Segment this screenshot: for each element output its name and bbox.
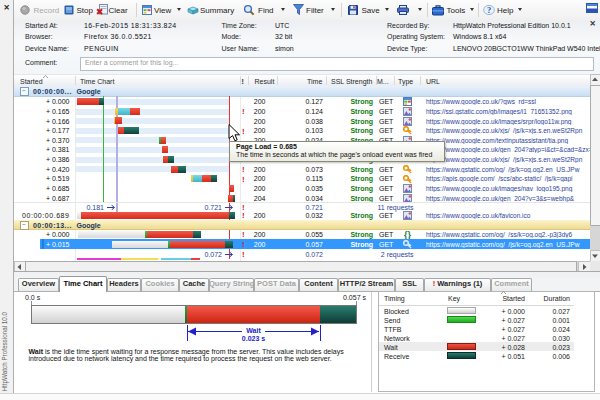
svg-text:{}: {} — [404, 230, 412, 239]
svg-text:?: ? — [487, 5, 491, 15]
